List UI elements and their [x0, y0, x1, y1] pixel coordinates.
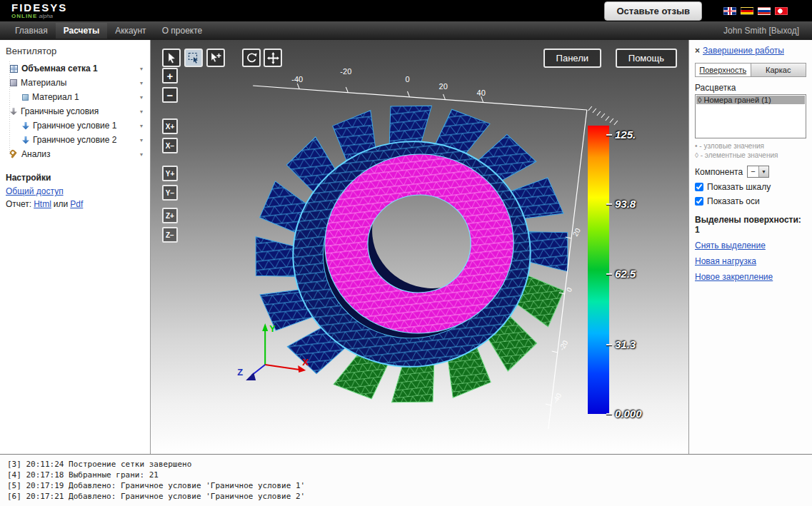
nav-item-calculations[interactable]: Расчеты	[56, 23, 108, 39]
nav-item-home[interactable]: Главная	[7, 23, 56, 39]
uk-flag-icon[interactable]	[723, 7, 736, 15]
triad-z-label: Z	[237, 367, 243, 378]
wrench-icon	[10, 151, 18, 158]
nav-item-account[interactable]: Аккаунт	[107, 23, 154, 39]
report-label: Отчет:	[6, 199, 31, 209]
console-log[interactable]: [3] 20:11:24 Построение сетки завершено …	[0, 454, 812, 506]
box-select-icon	[188, 52, 199, 64]
axis-label: -40	[291, 75, 303, 84]
show-scale-row: Показать шкалу	[695, 182, 806, 192]
help-button[interactable]: Помощь	[616, 49, 677, 68]
tab-surface[interactable]: Поверхность	[695, 63, 751, 77]
user-logout[interactable]: John Smith [Выход]	[723, 26, 805, 36]
colorbar-label-max: 125.	[615, 128, 636, 141]
chevron-down-icon[interactable]	[758, 166, 768, 177]
tree-item-boundary-conditions[interactable]: Граничные условия	[0, 104, 150, 118]
show-axes-row: Показать оси	[695, 196, 806, 206]
component-label: Компонента	[695, 167, 743, 177]
tree-item-boundary-condition-1[interactable]: Граничное условие 1	[0, 118, 150, 133]
legend-nodal: • - узловые значения	[695, 141, 806, 151]
model-tree: Объемная сетка 1 Материалы Материал 1 Гр…	[0, 61, 150, 161]
clear-selection-link[interactable]: Снять выделение	[695, 241, 806, 251]
coloring-label: Расцветка	[695, 83, 806, 93]
view-z-plus-button[interactable]: Z+	[162, 208, 178, 223]
material-icon	[22, 94, 29, 101]
tree-item-material-1[interactable]: Материал 1	[0, 90, 150, 104]
load-icon	[22, 122, 29, 130]
rotate-icon	[246, 52, 258, 64]
chevron-down-icon[interactable]	[140, 151, 143, 158]
app-root: FIDESYS ONLINE alpha Оставьте отзыв Глав…	[0, 0, 812, 506]
color-scale	[588, 126, 609, 414]
viewport-canvas[interactable]: -40 -20 0 20 40	[151, 40, 688, 454]
germany-flag-icon[interactable]	[741, 7, 753, 15]
tree-item-boundary-condition-2[interactable]: Граничное условие 2	[0, 133, 150, 147]
report-html-link[interactable]: Html	[34, 199, 51, 209]
turkey-flag-icon[interactable]	[775, 7, 788, 15]
nav-item-about[interactable]: О проекте	[154, 23, 211, 39]
boundary-conditions-icon	[10, 108, 17, 115]
colorbar-label: 93.8	[615, 198, 636, 210]
report-pdf-link[interactable]: Pdf	[70, 199, 83, 209]
new-fixture-link[interactable]: Новое закрепление	[695, 272, 806, 282]
settings-title: Настройки	[6, 173, 150, 183]
component-value: −	[748, 166, 758, 177]
tree-item-volume-mesh[interactable]: Объемная сетка 1	[0, 61, 150, 76]
model-tree-sidebar: Вентилятор Объемная сетка 1 Материалы Ма…	[0, 40, 151, 454]
chevron-down-icon[interactable]	[140, 80, 143, 86]
console-line: [3] 20:11:24 Построение сетки завершено	[7, 459, 805, 470]
box-select-tool-button[interactable]	[184, 49, 203, 67]
view-x-plus-button[interactable]: X+	[162, 118, 178, 134]
mesh-grid-icon	[10, 65, 18, 73]
report-row: Отчет:HtmlилиPdf	[6, 199, 150, 209]
zoom-out-button[interactable]: −	[162, 87, 178, 103]
new-load-link[interactable]: Новая нагрузка	[695, 256, 806, 266]
pick-tool-button[interactable]	[206, 49, 225, 67]
chevron-down-icon[interactable]	[140, 137, 143, 143]
view-y-plus-button[interactable]: Y+	[162, 166, 178, 181]
logo-alpha-tag: alpha	[39, 13, 53, 19]
view-z-minus-button[interactable]: Z−	[162, 227, 178, 243]
view-x-minus-button[interactable]: X−	[162, 138, 178, 153]
top-bar: FIDESYS ONLINE alpha Оставьте отзыв	[0, 0, 812, 21]
axis-label: 0	[405, 75, 409, 84]
axis-label: 20	[439, 82, 448, 91]
show-scale-checkbox[interactable]	[695, 183, 703, 191]
chevron-down-icon[interactable]	[140, 123, 143, 129]
select-tool-button[interactable]	[162, 49, 181, 67]
triad-y-label: Y	[269, 323, 276, 334]
chevron-down-icon[interactable]	[140, 94, 143, 101]
panels-button[interactable]: Панели	[543, 49, 601, 68]
show-axes-checkbox[interactable]	[695, 197, 703, 206]
component-row: Компонента −	[695, 166, 806, 178]
axis-label: -20	[340, 67, 351, 76]
chevron-down-icon[interactable]	[140, 66, 143, 72]
language-flags	[723, 7, 788, 15]
zoom-in-button[interactable]: +	[162, 68, 178, 84]
chevron-down-icon[interactable]	[140, 108, 143, 115]
tree-item-materials[interactable]: Материалы	[0, 76, 150, 90]
colorbar-label: 62.5	[615, 268, 636, 280]
share-link[interactable]: Общий доступ	[6, 186, 64, 196]
finish-work-link[interactable]: Завершение работы	[703, 46, 784, 56]
project-title[interactable]: Вентилятор	[0, 40, 150, 61]
logo-title: FIDESYS	[11, 2, 67, 13]
axis-rulers: -40 -20 0 20 40	[253, 67, 618, 429]
show-axes-label: Показать оси	[707, 196, 760, 206]
finish-work-row: Завершение работы	[695, 46, 806, 56]
console-line: [5] 20:17:19 Добавлено: Граничное услови…	[7, 480, 805, 491]
feedback-button[interactable]: Оставьте отзыв	[604, 1, 702, 21]
tab-wireframe[interactable]: Каркас	[751, 63, 807, 77]
axis-label: 40	[477, 88, 486, 97]
fan-front-ring	[316, 145, 522, 343]
tree-item-analysis[interactable]: Анализ	[0, 147, 150, 161]
view-y-minus-button[interactable]: Y−	[162, 185, 178, 201]
russia-flag-icon[interactable]	[758, 7, 771, 15]
close-icon[interactable]	[695, 46, 703, 56]
component-select[interactable]: −	[747, 166, 769, 178]
pan-tool-button[interactable]	[264, 49, 282, 67]
display-mode-tabs: Поверхность Каркас	[695, 63, 806, 77]
coloring-listbox[interactable]: ◊ Номера граней (1)	[695, 94, 806, 138]
rotate-tool-button[interactable]	[242, 49, 261, 67]
coloring-selected-item[interactable]: ◊ Номера граней (1)	[696, 96, 805, 104]
